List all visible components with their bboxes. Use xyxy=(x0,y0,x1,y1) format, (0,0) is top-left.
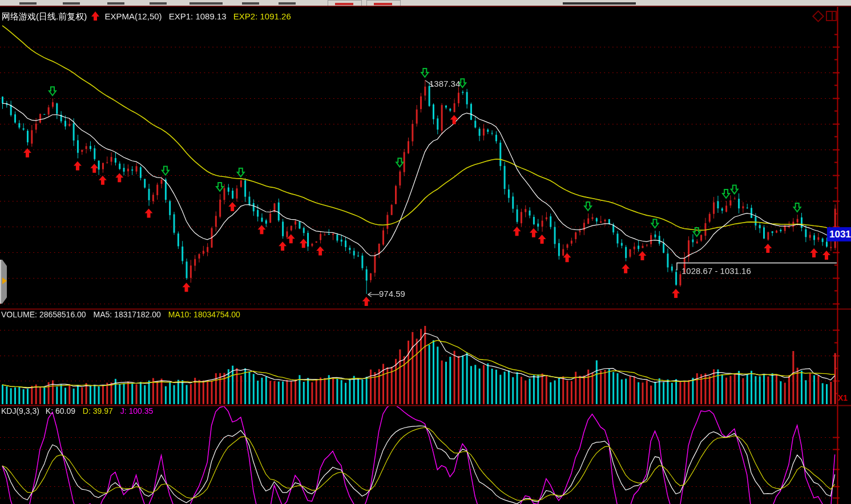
menu-item-fragment[interactable] xyxy=(107,2,124,5)
menubar-clipped[interactable] xyxy=(0,0,851,7)
current-price-tag: 1031.16 xyxy=(827,227,851,241)
toolbar-button-fragment[interactable] xyxy=(366,0,401,6)
menu-item-fragment[interactable] xyxy=(189,2,223,5)
split-window-icon[interactable] xyxy=(826,11,837,21)
menu-item-fragment[interactable] xyxy=(63,2,80,5)
price-range-annotation: 1028.67 - 1031.16 xyxy=(681,266,751,276)
expand-triangle-icon xyxy=(2,277,7,284)
chart-canvas[interactable] xyxy=(0,0,851,504)
x-scale-label[interactable]: X1 xyxy=(838,393,848,402)
trough-price-annotation: 974.59 xyxy=(379,289,405,299)
peak-price-annotation: 1387.34 xyxy=(429,79,460,88)
menu-item-fragment[interactable] xyxy=(242,2,259,5)
menu-item-fragment[interactable] xyxy=(150,2,167,5)
menu-item-fragment[interactable] xyxy=(19,2,37,5)
menu-item-fragment[interactable] xyxy=(279,2,296,5)
sidebar-expand-handle[interactable] xyxy=(0,260,8,304)
statusbar-text-fragment xyxy=(563,2,636,5)
stock-app-window: 网络游戏(日线.前复权) EXPMA(12,50) EXP1: 1089.13 … xyxy=(0,0,851,504)
toolbar-button-fragment[interactable] xyxy=(328,0,362,6)
